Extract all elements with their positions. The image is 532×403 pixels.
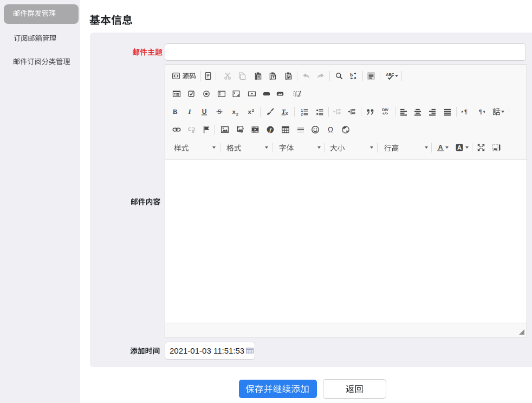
svg-text:A: A — [438, 144, 443, 151]
svg-text:I: I — [187, 107, 191, 116]
svg-text:¶: ¶ — [479, 108, 482, 115]
svg-text:x: x — [286, 111, 288, 116]
svg-text:A: A — [457, 144, 462, 151]
svg-text:b: b — [350, 72, 353, 78]
svg-text:2: 2 — [301, 112, 303, 116]
svg-text:2: 2 — [252, 108, 254, 113]
svg-text:U: U — [202, 108, 207, 116]
svg-text:x: x — [232, 108, 236, 115]
svg-text:B: B — [173, 107, 178, 116]
svg-text:2: 2 — [236, 112, 238, 116]
svg-text:¶: ¶ — [464, 108, 468, 115]
svg-text:a: a — [354, 75, 356, 80]
svg-text:x: x — [248, 108, 251, 115]
svg-text:DIV: DIV — [382, 108, 388, 112]
svg-text:Ω: Ω — [328, 125, 333, 134]
